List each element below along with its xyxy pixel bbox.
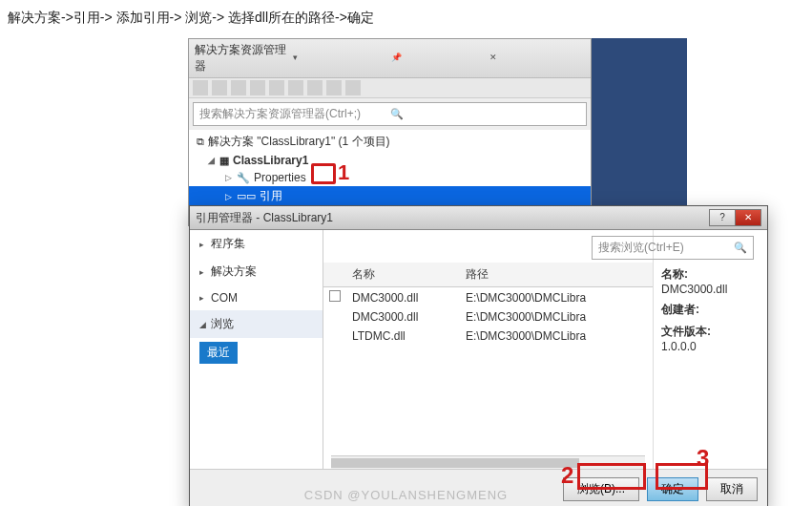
project-icon: ▦ [219,155,229,167]
search-placeholder: 搜索浏览(Ctrl+E) [598,240,734,256]
toolbar-icon[interactable] [250,80,265,95]
reference-manager-dialog: 引用管理器 - ClassLibrary1 ? ✕ ▸程序集 ▸解决方案 ▸CO… [189,205,768,506]
close-button[interactable]: ✕ [735,209,761,226]
scrollbar-thumb[interactable] [331,458,579,468]
annotation-number-3: 3 [697,445,709,472]
properties-label: Properties [254,171,306,184]
sidebar-item-label: COM [211,291,238,305]
cell-name: LTDMC.dll [346,327,460,346]
solution-explorer-titlebar: 解决方案资源管理器 ▾ 📌 ✕ [189,39,591,78]
toolbar-icon[interactable] [326,80,342,95]
detail-name-label: 名称: [661,267,688,281]
cell-path: E:\DMC3000\DMCLibra [460,287,653,308]
search-placeholder: 搜索解决方案资源管理器(Ctrl+;) [199,106,390,122]
help-button[interactable]: ? [709,209,736,226]
pin-icon[interactable]: 📌 [391,53,487,64]
chevron-right-icon: ▸ [199,293,207,303]
sidebar-item-label: 程序集 [211,236,245,252]
sidebar-item-recent[interactable]: 最近 [199,342,238,364]
expand-icon[interactable]: ▷ [223,173,233,182]
sidebar-item-assemblies[interactable]: ▸程序集 [190,230,323,258]
table-row[interactable]: DMC3000.dllE:\DMC3000\DMCLibra [323,307,653,327]
search-icon: 🔍 [390,108,581,120]
chevron-right-icon: ▸ [199,267,207,277]
detail-version-label: 文件版本: [661,325,711,338]
solution-node[interactable]: ⧉ 解决方案 "ClassLibrary1" (1 个项目) [189,132,591,152]
category-sidebar: ▸程序集 ▸解决方案 ▸COM ◢浏览 最近 [190,230,323,469]
detail-name-value: DMC3000.dll [661,283,760,296]
solution-explorer-search[interactable]: 搜索解决方案资源管理器(Ctrl+;) 🔍 [193,102,587,126]
detail-pane: 名称: DMC3000.dll 创建者: 文件版本: 1.0.0.0 [653,230,767,469]
toolbar-icon[interactable] [231,80,246,95]
project-node[interactable]: ◢ ▦ ClassLibrary1 [189,152,591,169]
dialog-titlebar: 引用管理器 - ClassLibrary1 ? ✕ [190,206,767,230]
cell-path: E:\DMC3000\DMCLibra [460,327,653,346]
solution-explorer-panel: 解决方案资源管理器 ▾ 📌 ✕ 搜索解决方案资源管理器(Ctrl+;) 🔍 ⧉ … [188,38,592,226]
sidebar-item-label: 浏览 [211,316,234,332]
dialog-title: 引用管理器 - ClassLibrary1 [196,210,710,226]
properties-node[interactable]: ▷ 🔧 Properties [189,169,591,186]
toolbar-icon[interactable] [212,80,227,95]
watermark: CSDN @YOULANSHENGMENG [0,488,812,502]
sidebar-item-com[interactable]: ▸COM [190,285,323,310]
instruction-text: 解决方案->引用-> 添加引用-> 浏览-> 选择dll所在的路径->确定 [0,0,812,36]
col-path[interactable]: 路径 [460,263,653,287]
project-label: ClassLibrary1 [233,154,308,167]
col-name[interactable]: 名称 [346,263,460,287]
references-icon: ▭▭ [237,190,256,202]
close-icon[interactable]: ✕ [489,53,585,64]
chevron-down-icon: ◢ [199,320,207,329]
toolbar-icon[interactable] [269,80,284,95]
cell-name: DMC3000.dll [346,287,460,308]
solution-explorer-toolbar [189,78,591,98]
browse-search[interactable]: 搜索浏览(Ctrl+E) 🔍 [592,236,754,260]
toolbar-icon[interactable] [288,80,303,95]
toolbar-icon[interactable] [307,80,323,95]
horizontal-scrollbar[interactable] [331,455,645,469]
checkbox[interactable] [329,290,341,302]
solution-explorer-title: 解决方案资源管理器 [195,42,290,74]
vs-background: 调序 [592,38,687,205]
annotation-number-2: 2 [561,462,573,489]
solution-label: 解决方案 "ClassLibrary1" (1 个项目) [208,134,390,150]
toolbar-icon[interactable] [193,80,208,95]
sidebar-item-solution[interactable]: ▸解决方案 [190,258,323,285]
solution-icon: ⧉ [197,136,204,148]
expand-icon[interactable]: ▷ [223,192,233,201]
references-label: 引用 [260,188,282,204]
detail-version-value: 1.0.0.0 [661,340,760,353]
sidebar-item-label: 解决方案 [211,264,257,280]
table-row[interactable]: DMC3000.dllE:\DMC3000\DMCLibra [323,287,653,308]
expand-icon[interactable]: ◢ [206,156,216,165]
wrench-icon: 🔧 [237,172,250,184]
cell-name: DMC3000.dll [346,307,460,327]
sidebar-item-browse[interactable]: ◢浏览 [190,310,323,338]
cell-path: E:\DMC3000\DMCLibra [460,307,653,327]
references-node[interactable]: ▷ ▭▭ 引用 [189,186,591,206]
annotation-number-1: 1 [338,160,349,185]
reference-list-area: 搜索浏览(Ctrl+E) 🔍 名称 路径 DMC3000.dllE:\DMC30… [323,230,653,469]
chevron-right-icon: ▸ [199,240,207,249]
search-icon: 🔍 [734,242,747,254]
toolbar-icon[interactable] [345,80,361,95]
detail-creator-label: 创建者: [661,303,699,316]
reference-table: 名称 路径 DMC3000.dllE:\DMC3000\DMCLibra DMC… [323,263,653,346]
table-row[interactable]: LTDMC.dllE:\DMC3000\DMCLibra [323,327,653,346]
dropdown-icon[interactable]: ▾ [293,53,388,64]
